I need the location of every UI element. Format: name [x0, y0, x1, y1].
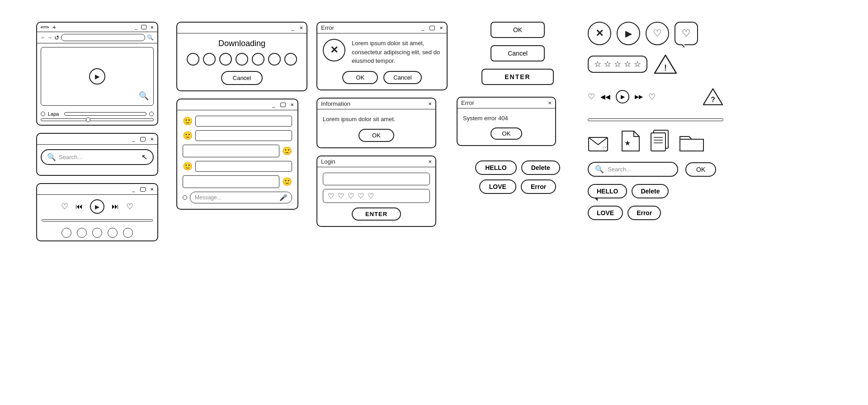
ok-right-button[interactable]: OK: [685, 162, 716, 177]
error-label-button[interactable]: Error: [627, 206, 661, 220]
progress-dot-4: [236, 53, 248, 66]
track-dot-4[interactable]: [108, 228, 118, 238]
address-bar[interactable]: [61, 34, 145, 41]
enter-solo-button[interactable]: ENTER: [481, 69, 554, 85]
minimize-btn[interactable]: _: [135, 24, 137, 30]
progress-dot-2: [203, 53, 216, 66]
ok-solo-button[interactable]: OK: [491, 22, 545, 38]
track-dot-1[interactable]: [61, 228, 71, 238]
close-circle-icon[interactable]: ✕: [588, 22, 611, 45]
error-icon: ✕: [323, 39, 345, 61]
radio-dot: [41, 112, 45, 116]
star-2[interactable]: ☆: [604, 59, 611, 69]
refresh-btn[interactable]: ↺: [54, 34, 59, 41]
hello-bubble[interactable]: HELLO: [475, 160, 516, 175]
music-play-btn[interactable]: ▶: [90, 199, 104, 214]
star-4[interactable]: ☆: [624, 59, 631, 69]
close-btn[interactable]: ×: [548, 99, 552, 106]
heart-1: ♡: [328, 192, 334, 200]
maximize-btn[interactable]: [140, 187, 146, 192]
login-username-field[interactable]: [323, 173, 430, 185]
close-btn[interactable]: ×: [150, 136, 154, 142]
maximize-btn[interactable]: [140, 137, 146, 141]
small-error-titlebar: Error ×: [458, 98, 555, 108]
maximize-btn[interactable]: [141, 25, 146, 29]
volume-bar[interactable]: [64, 112, 146, 116]
error-btn[interactable]: Error: [521, 179, 556, 194]
video-label: Lapa: [48, 111, 59, 117]
play-sm-circle[interactable]: ▶: [616, 90, 629, 104]
minimize-btn[interactable]: _: [272, 102, 275, 108]
media-controls-section: ♡ ◀◀ ▶ ▶▶ ♡ ?: [588, 83, 723, 110]
heart-circle-icon[interactable]: ♡: [646, 22, 669, 45]
search-bar-mini[interactable]: 🔍 Search...: [588, 162, 678, 177]
close-btn[interactable]: ×: [428, 158, 432, 165]
hello-button[interactable]: HELLO: [588, 184, 627, 198]
forward-icon[interactable]: ⏭: [112, 202, 119, 211]
close-btn[interactable]: ×: [439, 24, 443, 31]
bottom-buttons-row2: LOVE Error: [588, 206, 723, 220]
heart-sm-left[interactable]: ♡: [588, 92, 595, 102]
login-title: Login: [321, 158, 425, 165]
star-5[interactable]: ☆: [634, 59, 641, 69]
rewind-icon[interactable]: ⏮: [75, 202, 83, 211]
small-ok-button[interactable]: OK: [491, 127, 523, 140]
error-message: Lorem ipsum dolor sit amet, consectetur …: [352, 39, 441, 66]
seek-bar[interactable]: [41, 118, 154, 121]
video-player-area: ▶ 🔍: [41, 47, 154, 106]
heart-bubble-icon[interactable]: ♡: [675, 22, 698, 45]
stars-rating-bubble: ☆ ☆ ☆ ☆ ☆: [588, 56, 647, 73]
browser-tab[interactable]: [41, 26, 49, 28]
progress-bar-long[interactable]: [588, 118, 723, 121]
close-btn[interactable]: ×: [290, 101, 294, 108]
maximize-btn[interactable]: [280, 103, 286, 107]
minimize-btn[interactable]: _: [132, 137, 135, 142]
ok-button[interactable]: OK: [342, 71, 378, 84]
minimize-btn[interactable]: _: [132, 187, 135, 192]
track-dot-3[interactable]: [92, 228, 102, 238]
cancel-button[interactable]: Cancel: [383, 71, 421, 84]
forward-btn[interactable]: →: [47, 35, 52, 40]
ok-button[interactable]: OK: [359, 129, 394, 142]
label-buttons-section: HELLO Delete LOVE Error: [457, 160, 579, 194]
back-btn[interactable]: ←: [41, 35, 46, 40]
star-1[interactable]: ☆: [594, 59, 601, 69]
close-btn[interactable]: ×: [299, 24, 303, 31]
heart-sm-right[interactable]: ♡: [648, 92, 656, 102]
message-placeholder: Message...: [195, 194, 222, 201]
error-titlebar: Error _ ×: [317, 23, 447, 33]
close-btn[interactable]: ×: [428, 100, 432, 107]
info-body: Lorem ipsum dolor sit amet. OK: [317, 109, 435, 148]
track-dot-2[interactable]: [77, 228, 87, 238]
cancel-button[interactable]: Cancel: [221, 71, 263, 85]
heart-left-icon[interactable]: ♡: [61, 202, 68, 212]
delete-button[interactable]: Delete: [632, 184, 669, 198]
heart-right-icon[interactable]: ♡: [126, 202, 133, 212]
enter-button[interactable]: ENTER: [352, 207, 401, 221]
chat-bubble-2: [195, 130, 292, 141]
play-circle-icon[interactable]: ▶: [617, 22, 640, 45]
minimize-btn[interactable]: _: [291, 25, 294, 31]
love-bubble[interactable]: LOVE: [479, 179, 516, 194]
maximize-btn[interactable]: [429, 26, 435, 30]
search-icon: 🔍: [47, 153, 56, 161]
message-input[interactable]: Message... 🎤: [190, 192, 292, 203]
love-button[interactable]: LOVE: [588, 206, 623, 220]
progress-dot-7: [284, 53, 297, 66]
search-placeholder: Search...: [59, 154, 82, 160]
star-3[interactable]: ☆: [614, 59, 621, 69]
new-tab-btn[interactable]: +: [51, 24, 58, 31]
music-seek-bar[interactable]: [42, 219, 153, 221]
delete-btn[interactable]: Delete: [521, 160, 560, 175]
close-btn[interactable]: ×: [150, 186, 154, 193]
search-bar[interactable]: 🔍 Search... ↖: [41, 149, 154, 165]
small-error-body: System error 404 OK: [458, 108, 555, 145]
close-btn[interactable]: ×: [150, 24, 154, 31]
forward-sm-icon[interactable]: ▶▶: [635, 94, 643, 100]
play-button[interactable]: ▶: [89, 68, 105, 85]
mail-icon: ♡: [588, 133, 612, 155]
rewind-sm-icon[interactable]: ◀◀: [600, 93, 610, 100]
minimize-btn[interactable]: _: [421, 25, 424, 31]
cancel-solo-button[interactable]: Cancel: [491, 45, 545, 61]
track-dot-5[interactable]: [123, 228, 133, 238]
